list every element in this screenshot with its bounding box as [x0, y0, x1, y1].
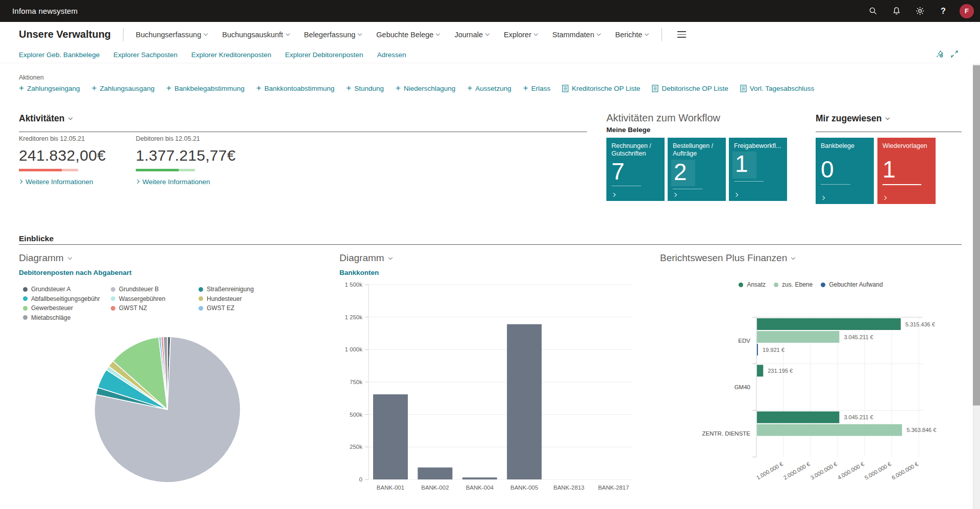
legend-swatch — [111, 287, 115, 292]
legend-item: GWST NZ — [111, 304, 165, 312]
workflow-tiles: Rechnungen / Gutschriften 7 Bestellungen… — [606, 138, 787, 201]
svg-text:ZENTR. DIENSTE: ZENTR. DIENSTE — [702, 430, 750, 437]
chevron-down-icon — [67, 255, 71, 259]
svg-text:500k: 500k — [350, 412, 362, 418]
workflow-section-title: Aktivitäten zum Workflow — [606, 112, 720, 124]
workflow-cue-tile[interactable]: Freigabeworkfl... 1 — [729, 138, 787, 201]
legend-swatch — [23, 315, 28, 320]
action-new-link[interactable]: + Erlass — [523, 85, 550, 92]
chevron-right-icon — [883, 196, 887, 200]
legend-item: Ansatz — [739, 281, 766, 288]
hbar-chart-header[interactable]: Berichtswesen Plus Finanzen — [660, 252, 795, 264]
pie-chart-title[interactable]: Debitorenposten nach Abgabenart — [19, 269, 132, 276]
action-new-link[interactable]: + Niederschlagung — [396, 85, 455, 92]
action-new-link[interactable]: + Zahlungseingang — [19, 85, 80, 92]
svg-text:2.000.000 €: 2.000.000 € — [782, 461, 811, 480]
nav-menu-list: Buchungserfassung Buchungsauskunft Beleg… — [136, 31, 648, 39]
more-information-link[interactable]: Weitere Informationen — [19, 178, 131, 186]
vertical-scrollbar-thumb[interactable] — [973, 65, 980, 405]
subnav-link[interactable]: Explorer Kreditorenposten — [191, 51, 272, 59]
user-avatar[interactable]: F — [960, 4, 974, 18]
more-options-hamburger-icon[interactable] — [675, 29, 688, 40]
svg-text:5.363.846 €: 5.363.846 € — [906, 427, 936, 433]
role-center-title[interactable]: Unsere Verwaltung — [19, 29, 111, 40]
notifications-bell-icon[interactable] — [887, 2, 905, 20]
action-new-link[interactable]: + Bankbelegabstimmung — [166, 85, 244, 92]
svg-text:1 250k: 1 250k — [345, 314, 362, 320]
chevron-right-icon — [18, 180, 22, 184]
chevron-down-icon — [485, 32, 489, 36]
nav-menu-item[interactable]: Journale — [454, 31, 489, 39]
nav-menu-item[interactable]: Berichte — [615, 31, 648, 39]
nav-menu-item[interactable]: Belegerfassung — [304, 31, 362, 39]
tile-count: 2 — [671, 160, 695, 187]
insights-section-title: Einblicke — [19, 234, 54, 243]
kpi-debitoren: Debitoren bis 12.05.21 1.377.215,77€ Wei… — [136, 135, 248, 186]
list-document-icon — [562, 85, 569, 92]
chevron-right-icon — [611, 193, 616, 197]
legend-item: GWST EZ — [199, 304, 254, 312]
assigned-cue-tile[interactable]: Bankbelege 0 — [816, 138, 874, 204]
subnav-link[interactable]: Explorer Debitorenposten — [285, 51, 363, 59]
action-new-link[interactable]: + Bankkontoabstimmung — [256, 85, 334, 92]
legend-item: Straßenreinigung — [199, 286, 254, 293]
legend-swatch — [199, 306, 203, 311]
unpin-icon[interactable] — [936, 50, 944, 60]
svg-text:GM40: GM40 — [734, 384, 750, 390]
list-document-icon — [740, 85, 747, 92]
legend-swatch — [774, 283, 778, 287]
chevron-down-icon — [388, 255, 392, 259]
bar-chart-header[interactable]: Diagramm — [339, 252, 392, 264]
plus-icon: + — [467, 84, 472, 92]
bar-chart-title[interactable]: Bankkonten — [339, 269, 379, 276]
legend-swatch — [111, 296, 115, 301]
kpi-value[interactable]: 1.377.215,77€ — [136, 147, 248, 164]
legend-item: Mietabschläge — [23, 314, 100, 321]
subnav-link[interactable]: Explorer Sachposten — [113, 51, 177, 59]
help-icon[interactable]: ? — [934, 2, 952, 20]
kpi-value[interactable]: 241.832,00€ — [19, 147, 131, 164]
section-divider — [816, 132, 962, 132]
action-new-link[interactable]: + Stundung — [346, 85, 384, 92]
kpi-kreditoren: Kreditoren bis 12.05.21 241.832,00€ Weit… — [19, 135, 131, 186]
svg-text:4.000.000 €: 4.000.000 € — [837, 461, 865, 480]
kpi-label: Kreditoren bis 12.05.21 — [19, 135, 131, 142]
action-new-link[interactable]: + Aussetzung — [467, 85, 511, 92]
nav-menu-item[interactable]: Stammdaten — [552, 31, 600, 39]
nav-menu-item[interactable]: Gebuchte Belege — [376, 31, 439, 39]
activities-section-header[interactable]: Aktivitäten — [19, 113, 72, 124]
svg-text:0: 0 — [359, 476, 362, 482]
action-report-link[interactable]: Kreditorische OP Liste — [562, 85, 640, 92]
legend-item: zus. Ebene — [774, 281, 813, 288]
list-document-icon — [652, 85, 658, 92]
chevron-down-icon — [645, 32, 649, 36]
workflow-subtitle: Meine Belege — [606, 126, 650, 134]
workflow-cue-tile[interactable]: Rechnungen / Gutschriften 7 — [606, 138, 665, 201]
assigned-section-header[interactable]: Mir zugewiesen — [816, 113, 889, 124]
settings-gear-icon[interactable] — [911, 2, 929, 20]
svg-text:5.000.000 €: 5.000.000 € — [864, 461, 892, 480]
nav-menu-item[interactable]: Buchungserfassung — [136, 31, 207, 39]
top-app-bar: Infoma newsystem ? F — [0, 0, 980, 22]
search-icon[interactable] — [864, 2, 882, 20]
pie-chart-header[interactable]: Diagramm — [19, 252, 71, 264]
subnav-link[interactable]: Explorer Geb. Bankbelege — [19, 51, 100, 59]
nav-menu-item[interactable]: Explorer — [504, 31, 537, 39]
subnav-link[interactable]: Adressen — [377, 51, 406, 59]
collapse-icon[interactable] — [950, 50, 959, 60]
favorites-link-bar: Explorer Geb. Bankbelege Explorer Sachpo… — [0, 47, 949, 63]
chevron-down-icon — [534, 32, 538, 36]
more-information-link[interactable]: Weitere Informationen — [136, 178, 248, 186]
assigned-cue-tile[interactable]: Wiedervorlagen 1 — [877, 138, 936, 204]
chevron-down-icon — [597, 32, 601, 36]
tile-count: 0 — [821, 158, 834, 182]
action-report-link[interactable]: Vorl. Tagesabschluss — [740, 85, 815, 92]
plus-icon: + — [523, 84, 528, 92]
chevron-down-icon — [358, 32, 362, 36]
nav-menu-item[interactable]: Buchungsauskunft — [222, 31, 289, 39]
svg-text:19.921 €: 19.921 € — [763, 347, 785, 353]
workflow-cue-tile[interactable]: Bestellungen / Aufträge 2 — [668, 138, 726, 201]
action-report-link[interactable]: Debitorische OP Liste — [652, 85, 728, 92]
svg-text:BANK-2817: BANK-2817 — [598, 485, 629, 491]
action-new-link[interactable]: + Zahlungsausgang — [92, 85, 155, 92]
